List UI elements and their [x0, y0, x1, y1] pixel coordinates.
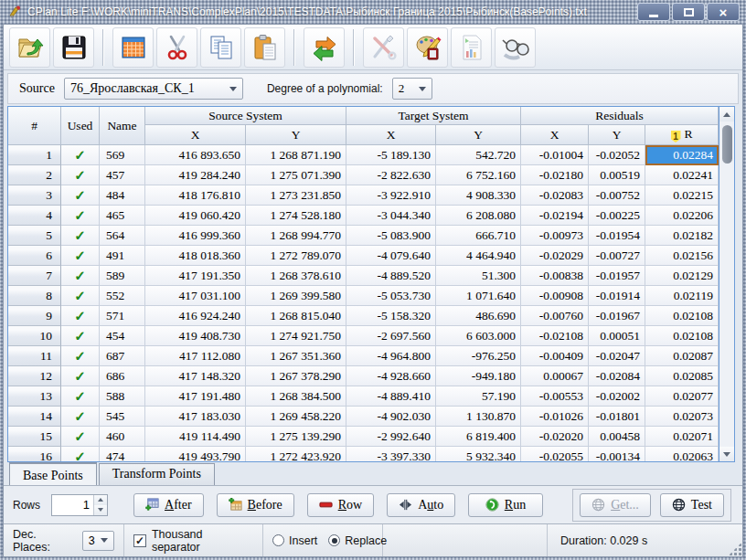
minimize-button[interactable]: [637, 3, 670, 21]
cell-rx[interactable]: -0.02020: [521, 427, 589, 447]
cell-num[interactable]: 14: [8, 407, 61, 427]
cell-sx[interactable]: 417 112.080: [145, 346, 246, 366]
cell-tx[interactable]: -4 928.660: [346, 366, 436, 386]
cell-sx[interactable]: 416 924.240: [145, 306, 246, 326]
col-header-source-x[interactable]: X: [145, 125, 246, 145]
cell-sx[interactable]: 419 284.240: [145, 165, 246, 185]
cell-ty[interactable]: 6 603.000: [436, 326, 521, 346]
col-header-name[interactable]: Name: [100, 107, 145, 145]
table-row[interactable]: 11✓687417 112.0801 267 351.360-4 964.800…: [8, 346, 719, 366]
cell-rx[interactable]: 0.00067: [521, 366, 589, 386]
used-check-cell[interactable]: ✓: [61, 286, 100, 306]
used-check-cell[interactable]: ✓: [61, 366, 100, 386]
cell-num[interactable]: 11: [8, 346, 61, 366]
cell-sy[interactable]: 1 272 423.920: [246, 447, 346, 462]
cell-tx[interactable]: -4 902.030: [346, 407, 436, 427]
cell-ty[interactable]: 57.190: [436, 386, 521, 407]
cell-ty[interactable]: 6 819.400: [436, 427, 521, 447]
cell-r[interactable]: 0.02108: [645, 306, 719, 326]
cell-ry[interactable]: -0.01967: [589, 306, 645, 326]
cell-name[interactable]: 460: [100, 427, 145, 447]
cell-name[interactable]: 564: [100, 226, 145, 246]
cell-name[interactable]: 545: [100, 407, 145, 427]
cell-ty[interactable]: 1 071.640: [436, 286, 521, 306]
scroll-up-button[interactable]: [719, 107, 734, 122]
table-row[interactable]: 4✓465419 060.4201 274 528.180-3 044.3406…: [8, 206, 719, 226]
cell-ty[interactable]: 6 208.080: [436, 206, 521, 226]
cell-ry[interactable]: -0.00727: [589, 246, 645, 266]
cell-sy[interactable]: 1 268 871.190: [246, 145, 346, 165]
cell-r[interactable]: 0.02119: [645, 286, 719, 306]
table-row[interactable]: 13✓588417 191.4801 268 384.500-4 889.410…: [8, 386, 719, 407]
table-row[interactable]: 10✓454419 408.7301 274 921.750-2 697.560…: [8, 326, 719, 346]
cell-rx[interactable]: -0.01004: [521, 145, 589, 165]
cell-name[interactable]: 569: [100, 145, 145, 165]
vertical-scrollbar[interactable]: [719, 107, 734, 461]
cell-sx[interactable]: 417 031.100: [145, 286, 246, 306]
cell-ty[interactable]: -976.250: [436, 346, 521, 366]
cell-sy[interactable]: 1 268 384.500: [246, 386, 346, 407]
used-check-cell[interactable]: ✓: [61, 346, 100, 366]
cell-sy[interactable]: 1 269 458.220: [246, 407, 346, 427]
group-header-target[interactable]: Target System: [346, 107, 521, 125]
cell-sy[interactable]: 1 274 921.750: [246, 326, 346, 346]
cell-tx[interactable]: -5 053.730: [346, 286, 436, 306]
cell-r[interactable]: 0.02215: [645, 185, 719, 206]
cell-tx[interactable]: -3 922.910: [346, 185, 436, 206]
cell-ry[interactable]: -0.02047: [589, 346, 645, 366]
cell-sx[interactable]: 417 183.030: [145, 407, 246, 427]
table-row[interactable]: 2✓457419 284.2401 275 071.390-2 822.6306…: [8, 165, 719, 185]
cell-sy[interactable]: 1 275 139.290: [246, 427, 346, 447]
cell-sx[interactable]: 419 060.420: [145, 206, 246, 226]
cell-num[interactable]: 6: [8, 246, 61, 266]
cell-sx[interactable]: 418 176.810: [145, 185, 246, 206]
table-row[interactable]: 8✓552417 031.1001 269 399.580-5 053.7301…: [8, 286, 719, 306]
rows-decrement-button[interactable]: [94, 505, 107, 515]
cell-rx[interactable]: -0.02029: [521, 246, 589, 266]
used-check-cell[interactable]: ✓: [61, 206, 100, 226]
cell-num[interactable]: 1: [8, 145, 61, 165]
cell-sx[interactable]: 418 018.360: [145, 246, 246, 266]
cell-r[interactable]: 0.02087: [645, 346, 719, 366]
cell-rx[interactable]: -0.02055: [521, 447, 589, 462]
swap-button[interactable]: [304, 27, 345, 68]
cell-r[interactable]: 0.02284: [645, 145, 719, 165]
cell-num[interactable]: 10: [8, 326, 61, 346]
cell-num[interactable]: 15: [8, 427, 61, 447]
cell-r[interactable]: 0.02182: [645, 226, 719, 246]
insert-after-button[interactable]: After: [133, 493, 204, 517]
run-button[interactable]: Run: [468, 493, 543, 517]
cell-num[interactable]: 4: [8, 206, 61, 226]
cell-sy[interactable]: 1 275 071.390: [246, 165, 346, 185]
cell-r[interactable]: 0.02073: [645, 407, 719, 427]
cell-ty[interactable]: 51.300: [436, 266, 521, 286]
cell-r[interactable]: 0.02077: [645, 386, 719, 407]
cell-rx[interactable]: -0.02108: [521, 326, 589, 346]
table-row[interactable]: 7✓589417 191.3501 268 378.610-4 889.5205…: [8, 266, 719, 286]
cell-tx[interactable]: -3 397.330: [346, 447, 436, 462]
open-button[interactable]: [9, 27, 50, 68]
cell-num[interactable]: 12: [8, 366, 61, 386]
cell-num[interactable]: 13: [8, 386, 61, 407]
dec-places-select[interactable]: 3: [82, 531, 114, 551]
cell-sy[interactable]: 1 272 789.070: [246, 246, 346, 266]
cell-r[interactable]: 0.02156: [645, 246, 719, 266]
glasses-button[interactable]: [495, 27, 536, 68]
cell-tx[interactable]: -4 079.640: [346, 246, 436, 266]
cell-rx[interactable]: -0.02180: [521, 165, 589, 185]
cell-rx[interactable]: -0.00409: [521, 346, 589, 366]
col-header-source-y[interactable]: Y: [246, 125, 346, 145]
cell-rx[interactable]: -0.00908: [521, 286, 589, 306]
tab-base-points[interactable]: Base Points: [9, 462, 97, 485]
get-button[interactable]: Get...: [580, 493, 651, 517]
table-row[interactable]: 15✓460419 114.4901 275 139.290-2 992.640…: [8, 427, 719, 447]
cell-num[interactable]: 2: [8, 165, 61, 185]
cell-num[interactable]: 3: [8, 185, 61, 206]
cell-tx[interactable]: -2 992.640: [346, 427, 436, 447]
scrollbar-thumb[interactable]: [722, 125, 732, 164]
cell-sx[interactable]: 419 408.730: [145, 326, 246, 346]
cell-tx[interactable]: -4 889.410: [346, 386, 436, 407]
cell-tx[interactable]: -5 083.900: [346, 226, 436, 246]
cell-sx[interactable]: 419 493.790: [145, 447, 246, 462]
cell-ry[interactable]: -0.00752: [589, 185, 645, 206]
